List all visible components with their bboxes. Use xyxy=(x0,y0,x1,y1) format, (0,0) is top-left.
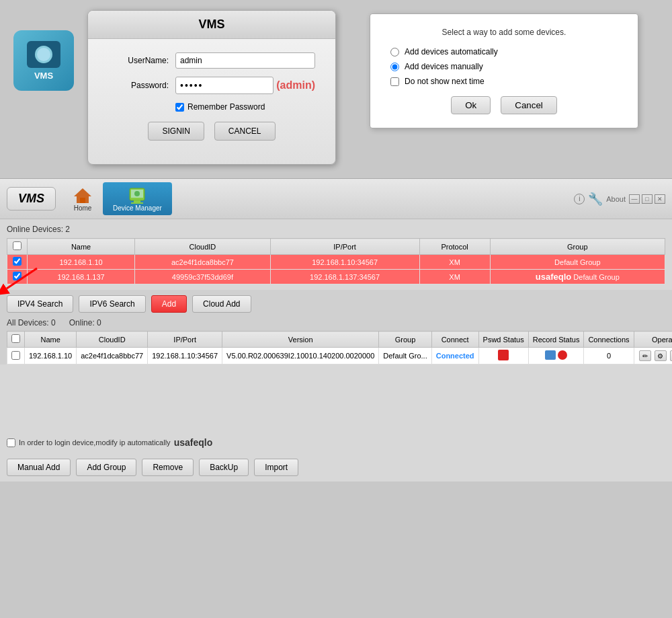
row-ipport: 192.168.1.10:34567 xyxy=(270,255,419,270)
all-devices-table: Name CloudID IP/Port Version Group Conne… xyxy=(7,331,672,364)
online-devices-section: Online Devices: 2 Name xyxy=(0,219,672,290)
device-row-check xyxy=(7,348,25,364)
online-devices-table: Name CloudID IP/Port Protocol Group 192.… xyxy=(7,238,665,284)
row-group: Default Group xyxy=(490,255,665,270)
manual-add-btn[interactable]: Manual Add xyxy=(7,459,71,476)
col-name: Name xyxy=(25,332,77,348)
cancel-button[interactable]: CANCEL xyxy=(214,122,276,141)
device-ipport: 192.168.1.10:34567 xyxy=(148,348,222,364)
all-devices-count: All Devices: 0 xyxy=(7,318,56,327)
ok-button[interactable]: Ok xyxy=(451,96,491,114)
info-icon[interactable]: i xyxy=(574,194,585,204)
row-cloudid: ac2e4f1dca8bbc77 xyxy=(135,255,271,270)
add-device-dialog: Select a way to add some devices. Add de… xyxy=(370,13,638,128)
username-input[interactable] xyxy=(175,52,315,69)
device-group: Default Gro... xyxy=(379,348,431,364)
main-app: VMS Home Device Manager i xyxy=(0,178,672,481)
login-title: VMS xyxy=(88,11,335,39)
nav-bar: VMS Home Device Manager i xyxy=(0,179,672,219)
ipv4-search-btn[interactable]: IPV4 Search xyxy=(7,295,73,313)
device-manager-icon xyxy=(127,186,147,204)
remember-checkbox[interactable] xyxy=(175,103,184,112)
col-group: Group xyxy=(490,239,665,255)
select-all-online[interactable] xyxy=(13,241,22,250)
wrench-icon: 🔧 xyxy=(588,192,603,206)
col-group: Group xyxy=(379,332,431,348)
op-edit-btn[interactable]: ✏ xyxy=(639,350,651,361)
row-group: usafeqlo Default Group xyxy=(490,270,665,284)
add-group-btn[interactable]: Add Group xyxy=(76,459,136,476)
bottom-action-bar: Manual Add Add Group Remove BackUp Impor… xyxy=(0,453,672,481)
minimize-btn[interactable]: — xyxy=(629,194,640,204)
table-row[interactable]: 192.168.1.137 49959c37f53dd69f 192.168.1… xyxy=(7,270,665,284)
all-devices-header: All Devices: 0 Online: 0 xyxy=(7,318,665,327)
do-not-show-label: Do not show next time xyxy=(405,77,485,86)
about-label: About xyxy=(606,195,626,203)
add-manual-radio[interactable] xyxy=(390,63,399,71)
online-count: Online: 0 xyxy=(69,318,101,327)
signin-button[interactable]: SIGNIN xyxy=(148,122,204,141)
row-checkbox-1[interactable] xyxy=(13,257,22,266)
online-devices-header: Online Devices: 2 xyxy=(7,225,665,234)
search-toolbar: IPV4 Search IPV6 Search Add Cloud Add xyxy=(0,290,672,318)
remove-btn[interactable]: Remove xyxy=(142,459,194,476)
svg-rect-1 xyxy=(80,198,85,203)
nav-right: i 🔧 About — □ ✕ xyxy=(574,192,665,206)
select-all-devices[interactable] xyxy=(11,334,20,343)
svg-rect-5 xyxy=(131,202,143,204)
cloud-add-btn[interactable]: Cloud Add xyxy=(192,295,251,313)
add-manual-label: Add devices manually xyxy=(405,62,483,71)
password-hint: (admin) xyxy=(276,79,315,91)
row-ipport: 192.168.1.137:34567 xyxy=(270,270,419,284)
col-check-all xyxy=(7,332,25,348)
row-check-cell xyxy=(7,270,28,284)
add-auto-label: Add devices automatically xyxy=(405,47,498,56)
device-connections: 0 xyxy=(584,348,634,364)
all-devices-row[interactable]: 192.168.1.10 ac2e4f1dca8bbc77 192.168.1.… xyxy=(7,348,673,364)
login-dialog: VMS UserName: Password: ••••• (admin) Re… xyxy=(87,10,336,165)
add-auto-option[interactable]: Add devices automatically xyxy=(390,47,618,56)
col-pswd-status: Pswd Status xyxy=(478,332,528,348)
device-checkbox-1[interactable] xyxy=(11,351,20,360)
password-dots[interactable]: ••••• xyxy=(175,77,274,94)
col-protocol: Protocol xyxy=(419,239,490,255)
username-row: UserName: xyxy=(108,52,315,69)
device-pswd-status xyxy=(478,348,528,364)
close-btn[interactable]: ✕ xyxy=(655,194,665,204)
device-cloudid: ac2e4f1dca8bbc77 xyxy=(77,348,148,364)
row-checkbox-2[interactable] xyxy=(13,272,22,280)
maximize-btn[interactable]: □ xyxy=(642,194,653,204)
add-auto-radio[interactable] xyxy=(390,48,399,56)
svg-point-6 xyxy=(134,191,140,196)
col-connections: Connections xyxy=(584,332,634,348)
do-not-show-option[interactable]: Do not show next time xyxy=(390,77,618,86)
device-manager-nav-btn[interactable]: Device Manager xyxy=(103,182,172,215)
add-manual-option[interactable]: Add devices manually xyxy=(390,62,618,71)
col-connect: Connect xyxy=(431,332,478,348)
table-row[interactable]: 192.168.1.10 ac2e4f1dca8bbc77 192.168.1.… xyxy=(7,255,665,270)
import-btn[interactable]: Import xyxy=(254,459,298,476)
backup-btn[interactable]: BackUp xyxy=(199,459,249,476)
do-not-show-checkbox[interactable] xyxy=(390,77,399,86)
remember-row: Remember Password xyxy=(175,102,315,112)
row-check-cell xyxy=(7,255,28,270)
col-name: Name xyxy=(28,239,135,255)
cancel2-button[interactable]: Cancel xyxy=(501,96,557,114)
online-table-wrapper: Name CloudID IP/Port Protocol Group 192.… xyxy=(7,238,665,284)
ipv6-search-btn[interactable]: IPV6 Search xyxy=(79,295,145,313)
op-config-btn[interactable]: ⚙ xyxy=(655,350,667,361)
add-btn[interactable]: Add xyxy=(151,295,187,313)
home-nav-btn[interactable]: Home xyxy=(62,182,103,215)
device-record-status xyxy=(528,348,584,364)
col-version: Version xyxy=(222,332,379,348)
footer-text: In order to login device,modify ip autom… xyxy=(19,438,171,447)
home-icon xyxy=(73,186,93,204)
password-label: Password: xyxy=(108,81,169,90)
footer-checkbox[interactable] xyxy=(7,438,15,447)
col-check xyxy=(7,239,28,255)
vms-logo[interactable]: VMS xyxy=(7,187,56,210)
password-row: Password: ••••• (admin) xyxy=(108,77,315,94)
row-protocol: XM xyxy=(419,270,490,284)
row-name: 192.168.1.137 xyxy=(28,270,135,284)
window-controls: — □ ✕ xyxy=(629,194,665,204)
